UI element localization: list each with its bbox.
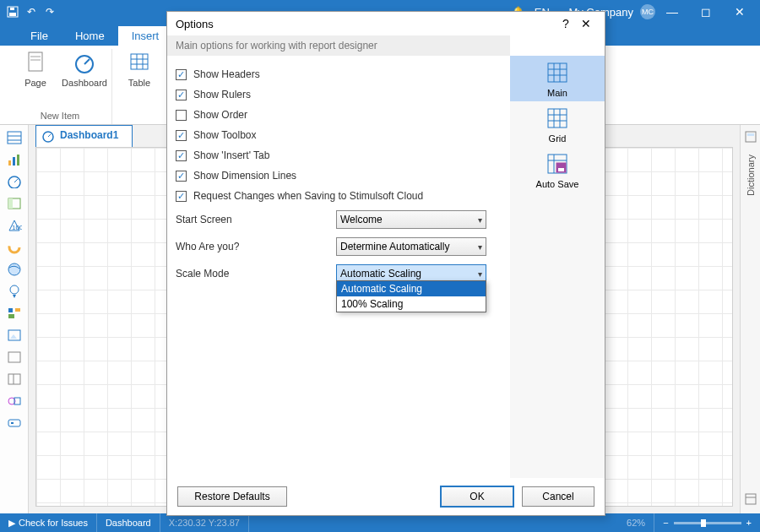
svg-point-28 <box>9 242 19 252</box>
toolbox-gauge-icon[interactable] <box>4 172 24 191</box>
category-autosave[interactable]: Auto Save <box>510 147 605 193</box>
category-main[interactable]: Main <box>510 56 605 101</box>
toolbox-indicator-icon[interactable]: 100 <box>4 216 24 235</box>
svg-rect-32 <box>8 308 13 312</box>
toolbox-button-icon[interactable] <box>4 414 24 432</box>
category-autosave-label: Auto Save <box>536 179 579 189</box>
checkbox-show-rulers[interactable] <box>176 90 187 100</box>
checkbox-show-toolbox[interactable] <box>176 130 187 141</box>
category-grid-label: Grid <box>549 133 567 144</box>
toolbox-region-icon[interactable] <box>4 260 24 279</box>
status-check-issues[interactable]: ▶Check for Issues <box>0 513 97 532</box>
checkbox-show-order[interactable] <box>176 110 187 121</box>
maximize-button[interactable]: ◻ <box>689 0 723 24</box>
toolbox-panel-icon[interactable] <box>4 370 24 388</box>
svg-rect-21 <box>17 155 19 166</box>
checkbox-show-dimension-lines-label: Show Dimension Lines <box>193 170 296 182</box>
scale-mode-option-100[interactable]: 100% Scaling <box>337 296 486 312</box>
svg-rect-55 <box>548 109 567 128</box>
svg-rect-43 <box>11 422 14 424</box>
cancel-button[interactable]: Cancel <box>522 486 594 507</box>
grid-icon <box>546 106 569 130</box>
dictionary-panel-label[interactable]: Dictionary <box>746 155 756 196</box>
tab-file[interactable]: File <box>17 26 62 46</box>
svg-rect-48 <box>746 494 756 504</box>
svg-rect-16 <box>8 132 21 144</box>
tab-home[interactable]: Home <box>62 26 118 46</box>
checkbox-show-insert-tab[interactable] <box>176 150 187 161</box>
checkbox-request-changes-cloud[interactable] <box>176 191 187 202</box>
dialog-categories: Main Grid Auto Save <box>510 56 605 478</box>
toolbox-online-icon[interactable] <box>4 282 24 301</box>
ribbon-dashboard-label: Dashboard <box>62 78 107 88</box>
toolbox-table-icon[interactable] <box>4 128 24 147</box>
svg-rect-37 <box>8 352 20 362</box>
save-icon[interactable] <box>3 3 22 21</box>
dialog-help-button[interactable]: ? <box>556 14 576 34</box>
report-tree-icon[interactable] <box>744 492 757 508</box>
svg-line-45 <box>48 134 51 137</box>
toolbox-image-icon[interactable] <box>4 326 24 345</box>
toolbox-pivot-icon[interactable] <box>4 194 24 213</box>
svg-rect-1 <box>9 13 16 16</box>
zoom-out-icon[interactable]: − <box>663 518 668 528</box>
who-are-you-combo[interactable]: Determine Automatically▾ <box>336 237 486 256</box>
svg-rect-4 <box>30 56 41 57</box>
ribbon-dashboard[interactable]: Dashboard <box>64 49 105 88</box>
document-tab[interactable]: Dashboard1 <box>35 125 133 147</box>
options-dialog: Options ? ✕ Main options for working wit… <box>166 11 605 516</box>
svg-marker-36 <box>10 334 17 339</box>
close-button[interactable]: ✕ <box>723 0 757 24</box>
ok-button[interactable]: OK <box>441 486 513 507</box>
checkbox-show-rulers-label: Show Rulers <box>193 89 251 100</box>
dialog-close-button[interactable]: ✕ <box>576 14 596 34</box>
start-screen-label: Start Screen <box>176 214 336 225</box>
dialog-footer: Restore Defaults OK Cancel <box>167 478 605 515</box>
svg-rect-50 <box>548 63 567 82</box>
checkbox-show-headers[interactable] <box>176 69 187 80</box>
status-zoom-value: 62% <box>618 513 654 532</box>
properties-icon[interactable] <box>744 130 757 146</box>
status-dashboard[interactable]: Dashboard <box>97 513 160 532</box>
svg-rect-20 <box>13 157 15 166</box>
toolbox-tree-icon[interactable] <box>4 304 24 323</box>
toolbox-shape-icon[interactable] <box>4 392 24 410</box>
ribbon-page-label: Page <box>24 78 46 88</box>
scale-mode-dropdown: Automatic Scaling 100% Scaling <box>336 280 486 312</box>
ribbon-table[interactable]: Table <box>119 49 160 88</box>
svg-rect-25 <box>8 198 13 209</box>
zoom-slider[interactable]: − + <box>654 518 760 528</box>
svg-line-23 <box>14 179 18 182</box>
zoom-in-icon[interactable]: + <box>746 518 752 528</box>
svg-point-29 <box>8 263 20 275</box>
svg-rect-3 <box>29 52 42 71</box>
start-screen-combo[interactable]: Welcome▾ <box>336 210 486 229</box>
chevron-down-icon: ▾ <box>478 215 482 225</box>
svg-rect-38 <box>8 374 20 384</box>
svg-rect-2 <box>10 8 14 10</box>
scale-mode-label: Scale Mode <box>176 268 336 280</box>
tab-insert[interactable]: Insert <box>118 26 173 46</box>
chevron-down-icon: ▾ <box>478 269 482 279</box>
toolbox-chart-icon[interactable] <box>4 150 24 169</box>
svg-rect-19 <box>8 160 11 166</box>
minimize-button[interactable]: ― <box>655 0 689 24</box>
scale-mode-option-automatic[interactable]: Automatic Scaling <box>337 281 486 296</box>
checkbox-show-insert-tab-label: Show 'Insert' Tab <box>193 149 269 161</box>
redo-icon[interactable]: ↷ <box>41 3 59 21</box>
toolbox-progress-icon[interactable] <box>4 238 24 257</box>
checkbox-show-order-label: Show Order <box>193 109 247 121</box>
category-grid[interactable]: Grid <box>510 101 605 147</box>
svg-rect-5 <box>30 59 41 61</box>
play-icon: ▶ <box>8 518 15 529</box>
ribbon-page[interactable]: Page <box>15 49 56 88</box>
document-tab-label: Dashboard1 <box>60 129 118 141</box>
restore-defaults-button[interactable]: Restore Defaults <box>177 486 287 507</box>
toolbox-text-icon[interactable] <box>4 348 24 366</box>
grid-icon <box>546 61 569 84</box>
svg-point-30 <box>10 285 19 294</box>
undo-icon[interactable]: ↶ <box>22 3 41 21</box>
status-bar: ▶Check for Issues Dashboard X:230.32 Y:2… <box>0 513 760 532</box>
avatar[interactable]: MC <box>640 4 655 19</box>
checkbox-show-dimension-lines[interactable] <box>176 171 187 182</box>
